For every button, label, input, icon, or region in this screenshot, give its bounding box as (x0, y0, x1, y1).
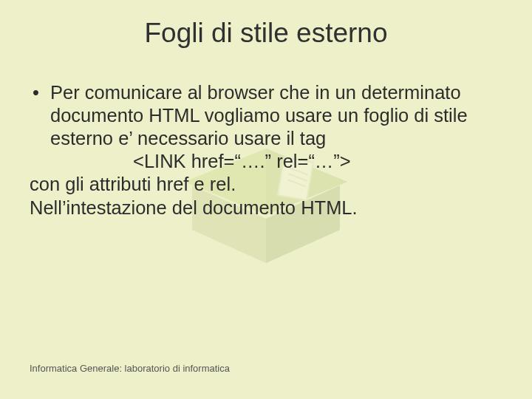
bullet-item: • Per comunicare al browser che in un de… (30, 81, 510, 150)
slide-title: Fogli di stile esterno (0, 18, 532, 49)
bullet-text: Per comunicare al browser che in un dete… (50, 81, 510, 150)
body-line-attrs: con gli attributi href e rel. (30, 173, 510, 196)
slide-body: • Per comunicare al browser che in un de… (30, 81, 510, 219)
code-line: <LINK href=“….” rel=“…”> (30, 150, 510, 173)
bullet-marker: • (30, 81, 50, 150)
slide-footer: Informatica Generale: laboratorio di inf… (30, 363, 230, 374)
body-line-head: Nell’intestazione del documento HTML. (30, 197, 510, 219)
